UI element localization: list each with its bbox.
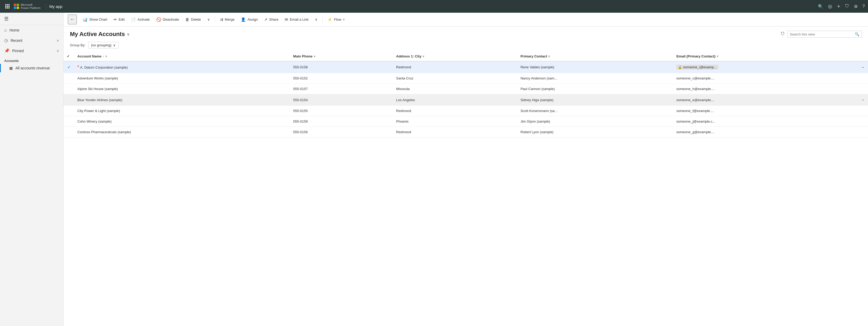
row-account-name[interactable]: Adventure Works (sample) [74,73,290,84]
search-icon[interactable]: 🔍 [818,4,823,9]
activate-button[interactable]: 📄 Activate [128,15,152,24]
sort-asc-icon[interactable]: ↑ [102,55,104,58]
col-check[interactable]: ✓ [64,52,74,61]
edit-icon: ✏ [114,17,117,22]
show-chart-label: Show Chart [89,18,107,22]
account-name-text: Alpine Ski House (sample) [78,87,118,91]
table-row[interactable]: ✓*A. Datum Corporation (sample)555-0158R… [64,61,868,73]
delete-label: Delete [191,18,201,22]
sidebar-home-label: Home [9,28,59,32]
row-account-name[interactable]: Alpine Ski House (sample) [74,84,290,94]
view-filter-icon[interactable]: ⛉ [781,32,785,37]
account-name-chevron-icon[interactable]: ∨ [105,55,107,58]
svg-rect-1 [7,4,8,5]
hamburger-menu[interactable]: ☰ [4,16,8,22]
sidebar-item-recent[interactable]: ◷ Recent ∨ [0,35,63,45]
search-input[interactable] [790,32,855,36]
back-button[interactable]: ← [68,14,77,24]
view-header-right: ⛉ 🔍 [781,31,862,38]
row-check-cell[interactable] [64,116,74,127]
data-table: ✓ Account Name ↑ ∨ Main [64,52,868,326]
row-account-name[interactable]: City Power & Light (sample) [74,106,290,116]
row-account-name[interactable]: Blue Yonder Airlines (sample) [74,94,290,106]
sidebar-item-home[interactable]: ⌂ Home [0,25,63,35]
address-city-chevron-icon[interactable]: ∨ [423,55,424,58]
waffle-menu-button[interactable] [3,2,12,10]
row-arrow-icon[interactable]: → [861,97,865,102]
col-primary-contact[interactable]: Primary Contact ∨ [517,52,673,61]
col-main-phone[interactable]: Main Phone ∨ [290,52,393,61]
help-icon[interactable]: ? [862,4,865,9]
edit-button[interactable]: ✏ Edit [111,15,127,24]
svg-rect-2 [8,4,9,5]
merge-button[interactable]: ⇉ Merge [217,15,237,24]
row-check-cell[interactable] [64,84,74,94]
sidebar: ☰ ⌂ Home ◷ Recent ∨ 📌 Pinned ∨ Accounts … [0,13,64,326]
row-check-cell[interactable] [64,127,74,137]
app-name: My app [49,4,62,9]
primary-contact-chevron-icon[interactable]: ∨ [548,55,550,58]
select-all-checkbox[interactable]: ✓ [67,54,70,58]
main-phone-chevron-icon[interactable]: ∨ [314,55,315,58]
svg-rect-3 [5,6,6,7]
row-check-cell[interactable]: ✓ [64,61,74,73]
email-primary-chevron-icon[interactable]: ∨ [716,55,718,58]
row-email[interactable]: someone_c@example.... [673,73,868,84]
row-primary-contact: Rene Valdes (sample) [517,61,673,73]
show-chart-button[interactable]: 📊 Show Chart [80,15,110,24]
assign-label: Assign [247,18,258,22]
delete-button[interactable]: 🗑 Delete [183,15,204,23]
table-row[interactable]: Adventure Works (sample)555-0152Santa Cr… [64,73,868,84]
table-row[interactable]: City Power & Light (sample)555-0155Redmo… [64,106,868,116]
required-dot-icon: * [78,65,79,69]
deactivate-button[interactable]: 🚫 Deactivate [154,15,182,24]
filter-icon[interactable]: ⛉ [845,4,849,9]
ring-icon[interactable]: ◎ [828,3,832,9]
row-email[interactable]: 🔒 someone_i@examp...→ [673,61,868,73]
add-icon[interactable]: + [837,3,840,9]
sidebar-item-pinned[interactable]: 📌 Pinned ∨ [0,45,63,56]
search-submit-icon[interactable]: 🔍 [855,32,859,36]
row-email[interactable]: someone_e@example....→ [673,94,868,106]
view-title-chevron-icon[interactable]: ∨ [127,32,129,36]
email-text: someone_h@example.... [676,87,715,91]
row-email[interactable]: someone_j@example.c... [673,116,868,127]
flow-button[interactable]: ⚡ Flow ∨ [325,15,347,24]
table-row[interactable]: Blue Yonder Airlines (sample)555-0154Los… [64,94,868,106]
col-address-city[interactable]: Address 1: City ∨ [393,52,517,61]
row-check-cell[interactable] [64,106,74,116]
email-link-button[interactable]: ✉ Email a Link [282,15,311,24]
account-name-text: Blue Yonder Airlines (sample) [78,98,122,102]
row-checkbox-checked[interactable]: ✓ [67,65,71,69]
row-email[interactable]: someone_h@example.... [673,84,868,94]
more-chevron-icon: ∨ [208,18,210,22]
row-email[interactable]: someone_g@example.... [673,127,868,137]
row-arrow-icon[interactable]: → [861,65,865,70]
row-account-name[interactable]: Contoso Pharmaceuticals (sample) [74,127,290,137]
table-row[interactable]: Contoso Pharmaceuticals (sample)555-0156… [64,127,868,137]
more-button-2[interactable]: ∨ [312,16,320,23]
settings-icon[interactable]: ⚙ [854,4,858,9]
table-row[interactable]: Alpine Ski House (sample)555-0157Missoul… [64,84,868,94]
table-row[interactable]: Coho Winery (sample)555-0159PhoenixJim G… [64,116,868,127]
more-button[interactable]: ∨ [205,16,213,23]
activate-icon: 📄 [131,17,136,22]
sidebar-item-all-accounts[interactable]: ▦ All accounts revenue [0,64,63,72]
row-account-name[interactable]: *A. Datum Corporation (sample) [74,61,290,73]
row-check-cell[interactable] [64,94,74,106]
row-check-cell[interactable] [64,73,74,84]
col-account-name[interactable]: Account Name ↑ ∨ [74,52,290,61]
recent-chevron-icon: ∨ [57,39,59,42]
groupby-select[interactable]: (no grouping) ∨ [88,42,119,48]
row-account-name[interactable]: Coho Winery (sample) [74,116,290,127]
col-email-primary[interactable]: Email (Primary Contact) ∨ [673,52,868,61]
search-box[interactable]: 🔍 [787,31,862,38]
row-primary-contact: Sidney Higa (sample) [517,94,673,106]
deactivate-label: Deactivate [163,18,179,22]
row-city: Los Angeles [393,94,517,106]
col-main-phone-label: Main Phone [293,54,313,58]
toolbar: ← 📊 Show Chart ✏ Edit 📄 Activate 🚫 Deact… [64,13,868,27]
row-email[interactable]: someone_f@example.... [673,106,868,116]
assign-button[interactable]: 👤 Assign [238,15,260,24]
share-button[interactable]: ↗ Share [261,15,281,24]
